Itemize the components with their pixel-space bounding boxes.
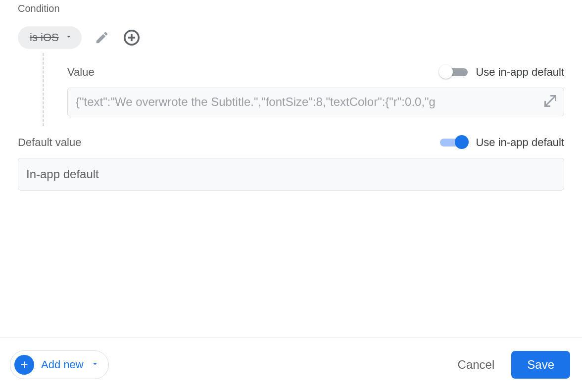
edit-icon[interactable] — [95, 30, 109, 45]
use-in-app-default-label-default: Use in-app default — [476, 136, 564, 149]
value-input[interactable] — [67, 88, 564, 116]
use-in-app-default-toggle-value[interactable] — [440, 67, 468, 78]
add-new-label: Add new — [41, 358, 84, 371]
default-value-input[interactable] — [18, 158, 564, 191]
condition-label: Condition — [18, 3, 564, 14]
add-new-button[interactable]: Add new — [10, 350, 109, 379]
use-in-app-default-toggle-default[interactable] — [440, 137, 468, 148]
value-label: Value — [67, 66, 95, 79]
save-button[interactable]: Save — [511, 351, 570, 379]
footer: Add new Cancel Save — [0, 337, 582, 392]
condition-value-block: Value Use in-app default — [43, 53, 564, 126]
plus-icon — [14, 355, 34, 375]
default-value-label: Default value — [18, 136, 81, 149]
chevron-down-icon — [91, 359, 99, 370]
chevron-down-icon — [65, 33, 73, 43]
cancel-button[interactable]: Cancel — [458, 358, 495, 372]
condition-chip-text: is iOS — [30, 31, 59, 44]
condition-row: is iOS — [18, 26, 564, 49]
condition-chip[interactable]: is iOS — [18, 26, 82, 49]
add-circle-icon[interactable] — [122, 28, 141, 47]
expand-icon[interactable] — [543, 94, 557, 110]
use-in-app-default-label: Use in-app default — [476, 66, 564, 79]
